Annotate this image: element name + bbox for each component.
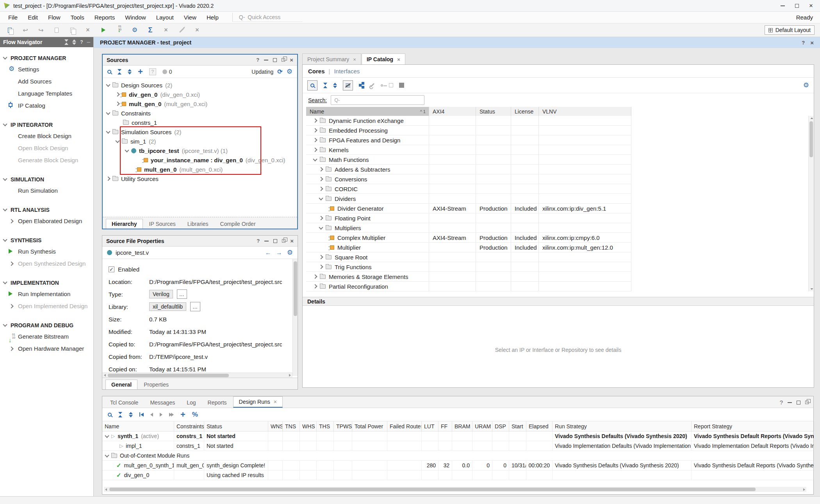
column-header-start[interactable]: Start — [509, 421, 526, 431]
properties-settings-icon[interactable]: ⚙ — [287, 249, 293, 256]
close-tab-icon[interactable]: × — [397, 57, 400, 62]
chevron-down-icon[interactable] — [105, 433, 109, 438]
menu-window[interactable]: Window — [120, 14, 151, 21]
runs-help-icon[interactable]: ? — [780, 399, 783, 406]
column-header-run-strategy[interactable]: Run Strategy — [553, 421, 692, 431]
flownav-item-generate-block-design[interactable]: Generate Block Design — [0, 154, 93, 166]
tab-compile-order[interactable]: Compile Order — [215, 219, 261, 229]
catalog-row-memories-storage-elements[interactable]: Memories & Storage Elements — [306, 272, 631, 282]
chevron-right-icon[interactable] — [313, 138, 317, 142]
stop-icon[interactable] — [399, 83, 404, 88]
chevron-down-icon[interactable] — [319, 225, 323, 229]
chevron-down-icon[interactable] — [3, 55, 7, 59]
search-icon[interactable] — [107, 70, 111, 74]
chevron-down-icon[interactable] — [106, 129, 110, 133]
runs-maximize-icon[interactable] — [797, 401, 800, 405]
sources-settings-icon[interactable]: ⚙ — [287, 68, 292, 75]
flownav-section-header-implementation[interactable]: IMPLEMENTATION — [0, 277, 93, 288]
catalog-row-square-root[interactable]: Square Root — [306, 252, 631, 262]
run-settings-icon[interactable]: % — [192, 411, 198, 419]
close-icon[interactable]: × — [809, 2, 813, 9]
expand-all-icon[interactable] — [129, 412, 133, 417]
properties-help-icon[interactable]: ? — [257, 238, 260, 244]
sources-maximize-icon[interactable] — [273, 58, 277, 62]
tab-ip-catalog[interactable]: IP Catalog× — [362, 53, 405, 64]
catalog-row-dividers[interactable]: Dividers — [306, 194, 631, 204]
close-tab-icon[interactable]: × — [353, 57, 356, 62]
edit-pencil-icon[interactable] — [177, 26, 186, 34]
undo-icon[interactable]: ↩ — [21, 26, 30, 34]
chevron-right-icon[interactable] — [319, 216, 323, 220]
column-header-whs[interactable]: WHS — [300, 421, 317, 431]
tab-ip-sources[interactable]: IP Sources — [144, 219, 181, 229]
catalog-row-conversions[interactable]: Conversions — [306, 174, 631, 184]
column-header-dsp[interactable]: DSP — [492, 421, 509, 431]
flownav-section-header-simulation[interactable]: SIMULATION — [0, 174, 93, 185]
column-header-tns[interactable]: TNS — [283, 421, 300, 431]
properties-horizontal-scrollbar[interactable] — [102, 373, 292, 378]
menu-file[interactable]: File — [3, 14, 23, 21]
tree-item-design-sources[interactable]: Design Sources (2) — [103, 80, 297, 90]
run-row-out-of-context-module-runs[interactable]: Out-of-Context Module Runs — [102, 451, 813, 461]
context-close-icon[interactable]: × — [810, 39, 814, 46]
menu-flow[interactable]: Flow — [43, 14, 66, 21]
group-by-icon[interactable] — [359, 84, 362, 87]
flownav-item-ip-catalog[interactable]: IP Catalog — [0, 99, 93, 112]
copy-icon[interactable] — [52, 26, 61, 34]
properties-float-icon[interactable] — [282, 239, 285, 243]
tab-project-summary[interactable]: Project Summary× — [302, 53, 361, 64]
flownav-item-create-block-design[interactable]: Create Block Design — [0, 130, 93, 142]
tab-interfaces[interactable]: Interfaces — [334, 68, 360, 75]
step-back-icon[interactable] — [150, 413, 153, 417]
flownav-section-header-ip-integrator[interactable]: IP INTEGRATOR — [0, 119, 93, 130]
chevron-right-icon[interactable] — [319, 186, 323, 191]
catalog-row-trig-functions[interactable]: Trig Functions — [306, 262, 631, 272]
browse-button[interactable]: … — [177, 289, 187, 299]
catalog-row-divider-generator[interactable]: Divider GeneratorAXI4-StreamProductionIn… — [306, 204, 631, 213]
menu-edit[interactable]: Edit — [23, 14, 43, 21]
chevron-right-icon[interactable] — [313, 128, 317, 132]
flownav-item-add-sources[interactable]: Add Sources — [0, 75, 93, 87]
close-tab-icon[interactable]: × — [274, 399, 277, 405]
chevron-down-icon[interactable] — [105, 453, 109, 457]
column-header-wns[interactable]: WNS — [268, 421, 283, 431]
flownav-item-generate-bitstream[interactable]: ↓0110Generate Bitstream — [0, 330, 93, 343]
chevron-down-icon[interactable] — [3, 280, 7, 284]
runs-minimize-icon[interactable] — [788, 402, 792, 403]
chevron-down-icon[interactable] — [3, 122, 7, 126]
chevron-down-icon[interactable] — [115, 138, 119, 143]
properties-close-icon[interactable]: × — [290, 238, 294, 244]
tab-properties[interactable]: Properties — [138, 380, 174, 389]
catalog-row-complex-multiplier[interactable]: Complex MultiplierAXI4-StreamProductionI… — [306, 233, 631, 243]
flownav-item-run-implementation[interactable]: Run Implementation — [0, 288, 93, 300]
forward-arrow-icon[interactable]: → — [276, 249, 282, 256]
generate-bitstream-icon[interactable]: ↓0110 — [115, 26, 123, 34]
tab-cores[interactable]: Cores — [308, 68, 325, 75]
chevron-down-icon[interactable] — [3, 322, 7, 327]
column-header-tpws[interactable]: TPWS — [334, 421, 352, 431]
quick-access-input[interactable]: Q- Quick Access — [232, 13, 303, 22]
column-header-failed-routes[interactable]: Failed Routes — [387, 421, 422, 431]
sources-minimize-icon[interactable] — [264, 60, 268, 60]
catalog-vertical-scrollbar[interactable] — [808, 116, 813, 291]
catalog-row-multipliers[interactable]: Multipliers — [306, 223, 631, 233]
run-row-div-gen-0[interactable]: ✓div_gen_0Using cached IP results — [102, 470, 813, 480]
sigma-report-icon[interactable]: Σ — [146, 26, 155, 34]
expand-all-icon[interactable] — [128, 69, 132, 75]
chevron-down-icon[interactable] — [319, 196, 323, 200]
chevron-down-icon[interactable] — [106, 110, 110, 115]
back-arrow-icon[interactable]: ← — [265, 249, 271, 256]
catalog-row-multiplier[interactable]: MultiplierProductionIncludedxilinx.com:i… — [306, 243, 631, 252]
sources-help-icon[interactable]: ? — [256, 57, 259, 63]
menu-layout[interactable]: Layout — [151, 14, 179, 21]
context-help-icon[interactable]: ? — [802, 40, 805, 46]
column-header-status[interactable]: Status — [204, 421, 268, 431]
tab-tcl-console[interactable]: Tcl Console — [105, 398, 144, 408]
help-doc-icon[interactable]: ? — [149, 68, 156, 75]
column-header-elapsed[interactable]: Elapsed — [526, 421, 553, 431]
catalog-row-math-functions[interactable]: Math Functions — [306, 155, 631, 165]
properties-maximize-icon[interactable] — [273, 239, 277, 243]
chevron-right-icon[interactable] — [319, 167, 323, 171]
flownav-item-language-templates[interactable]: Language Templates — [0, 87, 93, 99]
expand-all-icon[interactable] — [72, 39, 76, 45]
